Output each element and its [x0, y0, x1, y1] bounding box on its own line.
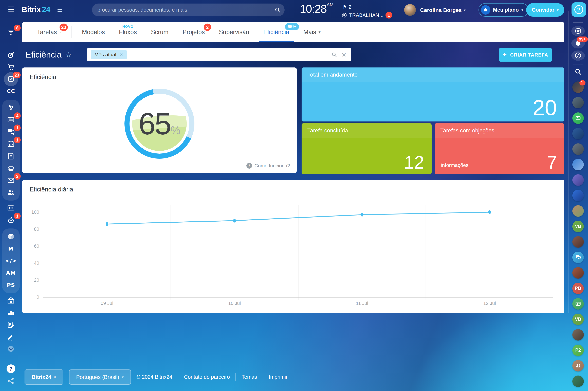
work-status[interactable]: TRABALHAN... 1 [341, 12, 392, 18]
workspace-settings-icon[interactable] [57, 7, 63, 13]
flag-count: 2 [349, 4, 351, 10]
user-avatar[interactable] [404, 4, 416, 16]
data-point[interactable] [361, 213, 363, 216]
sidebar-item-employees[interactable] [3, 187, 18, 198]
bitrix24-logo[interactable]: Bitrix24 [21, 5, 50, 14]
rail-search-button[interactable] [573, 68, 583, 76]
filter-input[interactable] [130, 50, 327, 60]
sidebar-item-warehouse[interactable] [3, 294, 18, 306]
rail-chat-user[interactable] [572, 190, 584, 201]
rail-chat-document-chat[interactable] [572, 112, 584, 124]
sidebar-item-ps[interactable]: PS [3, 279, 18, 291]
favorite-star-icon[interactable]: ☆ [66, 51, 72, 59]
rail-chat-user[interactable] [572, 329, 584, 341]
rail-chat-group-vb[interactable]: VB [572, 314, 584, 325]
rail-chat-user[interactable] [572, 376, 584, 387]
sidebar-item-community[interactable] [3, 102, 18, 114]
rail-chat-user[interactable] [572, 236, 584, 248]
global-search[interactable] [92, 3, 285, 16]
rail-chat-contacts-chat[interactable] [572, 298, 584, 309]
filter-bar[interactable]: Mês atual× × [87, 48, 351, 61]
planner-flag[interactable]: ⚑2 [343, 4, 351, 10]
rail-chat-user[interactable] [572, 97, 584, 108]
rail-chat-group-vb[interactable]: VB [572, 221, 584, 232]
sidebar-item-sign[interactable] [3, 331, 18, 343]
sidebar-item-news[interactable]: 4 [3, 114, 18, 126]
sidebar-item-smart-process[interactable] [3, 319, 18, 331]
tab-mais[interactable]: Mais▾ [296, 22, 328, 42]
sidebar-item-ai-assistant[interactable]: 1 [3, 214, 18, 226]
sidebar-item-bitrix-network[interactable] [3, 375, 18, 387]
sidebar-item-support[interactable]: ? [3, 363, 18, 375]
sidebar-item-cc[interactable]: CC [3, 85, 18, 97]
how-it-works-link[interactable]: iComo funciona? [247, 163, 290, 169]
clock[interactable]: 10:28AM [300, 3, 334, 14]
tab-eficie-ncia[interactable]: Eficiência65% [256, 22, 296, 42]
sidebar-item-tasks[interactable]: 23 [3, 73, 18, 85]
main-menu-icon[interactable]: ☰ [8, 5, 15, 14]
tab-modelos[interactable]: Modelos [75, 22, 112, 42]
filter-search-icon[interactable] [331, 52, 337, 58]
sidebar-item-crm-marketing[interactable] [3, 49, 18, 61]
rail-chat-chat-group[interactable] [572, 252, 584, 263]
filter-chip[interactable]: Mês atual× [91, 50, 127, 59]
tab-projetos[interactable]: Projetos2 [175, 22, 212, 42]
avatar-initials: PB [575, 286, 581, 291]
sidebar-item-am[interactable]: AM [3, 267, 18, 279]
sidebar-item-market[interactable]: M [3, 243, 18, 255]
help-button[interactable]: ? [572, 2, 586, 17]
data-point[interactable] [106, 222, 108, 226]
rail-chat-user[interactable] [572, 143, 584, 155]
rail-chat-video-call[interactable]: 1 [572, 82, 584, 93]
sidebar-item-calendar[interactable]: 1 [3, 138, 18, 150]
data-point[interactable] [233, 219, 236, 223]
sidebar-item-contact-center[interactable] [3, 202, 18, 214]
stat-card-in-progress[interactable]: Total em andamento 20 [302, 68, 564, 121]
user-menu[interactable]: Carolina Borges▾ [420, 7, 466, 13]
create-task-button[interactable]: +CRIAR TAREFA [499, 48, 552, 62]
themes-link[interactable]: Temas [242, 374, 257, 380]
data-point[interactable] [488, 210, 491, 214]
rail-chat-design-chat[interactable] [572, 174, 584, 186]
sidebar-item-collapse[interactable] [3, 343, 18, 355]
partner-contact-link[interactable]: Contato do parceiro [184, 374, 230, 380]
filter-clear-icon[interactable]: × [341, 52, 347, 58]
sidebar-item-catalog[interactable] [3, 230, 18, 243]
rail-updates-button[interactable] [571, 26, 585, 36]
sidebar-item-settings[interactable]: ⚙ [3, 387, 18, 391]
rail-chat-user[interactable] [572, 159, 584, 170]
rail-chat-user[interactable] [572, 205, 584, 217]
rail-chat-map-chat[interactable] [572, 128, 584, 139]
invite-button[interactable]: Convidar▾ [526, 3, 564, 17]
sidebar-item-documents[interactable] [3, 150, 18, 162]
support-icon: ? [6, 364, 15, 373]
footer-brand-button[interactable]: Bitrix24© [25, 370, 63, 385]
rail-chat-group-p2[interactable]: P2 [572, 345, 584, 356]
remove-chip-icon[interactable]: × [120, 52, 123, 57]
sidebar-item-filter[interactable]: 8 [3, 26, 18, 38]
sidebar-item-mail[interactable]: 2 [3, 174, 18, 187]
language-selector[interactable]: Português (Brasil)▾ [69, 370, 131, 385]
rail-notifications-button[interactable]: 99+ [571, 38, 585, 48]
rail-chat-group-chat[interactable] [572, 360, 584, 372]
rail-activity-history-button[interactable] [571, 50, 585, 61]
sidebar-item-drive[interactable] [3, 162, 18, 174]
tab-scrum[interactable]: Scrum [144, 22, 175, 42]
tab-fluxos[interactable]: FluxosNOVO [112, 22, 144, 42]
sidebar-item-developer[interactable]: </> [3, 255, 18, 267]
search-input[interactable] [97, 3, 272, 16]
chevron-down-icon: ▾ [122, 375, 124, 379]
rail-chat-user[interactable] [572, 267, 584, 279]
my-plan-button[interactable]: Meu plano ▾ [479, 3, 529, 17]
rail-chat-group-pb[interactable]: PB [572, 283, 584, 294]
stat-card-objections[interactable]: Tarefas com objeções Informações 7 [435, 123, 564, 174]
sidebar-item-sales[interactable] [3, 61, 18, 73]
tab-supervisa-o[interactable]: Supervisão [212, 22, 256, 42]
search-icon[interactable] [274, 7, 281, 13]
stat-card-completed[interactable]: Tarefa concluída 12 [302, 123, 431, 174]
tab-tarefas[interactable]: Tarefas›23 [30, 22, 69, 42]
informations-link[interactable]: Informações [441, 162, 468, 168]
sidebar-item-messenger[interactable]: 1 [3, 126, 18, 138]
sidebar-item-analytics[interactable] [3, 306, 18, 319]
print-link[interactable]: Imprimir [269, 374, 288, 380]
